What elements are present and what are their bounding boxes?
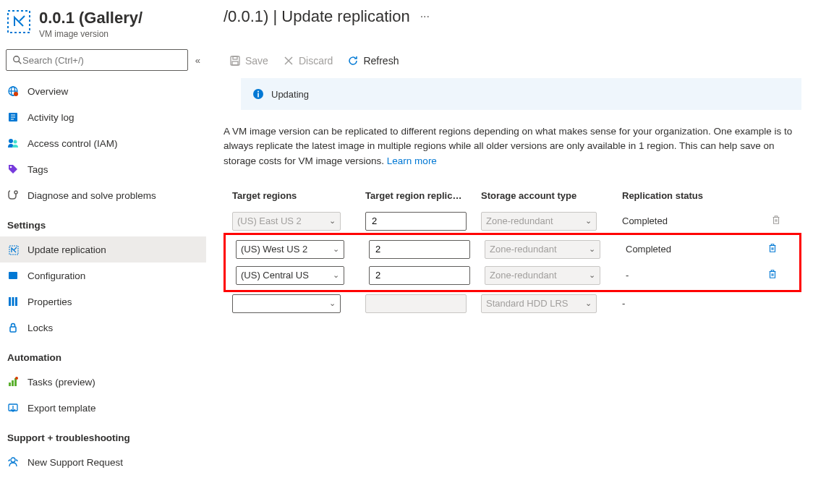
replication-status: Completed	[626, 244, 767, 255]
chevron-down-icon: ⌄	[585, 299, 592, 308]
chevron-down-icon: ⌄	[585, 216, 592, 226]
table-header: Target regions Target region replic… Sto…	[224, 183, 801, 208]
svg-line-2	[19, 61, 22, 64]
replication-status: -	[626, 270, 767, 281]
sidebar-item-label: Export template	[27, 403, 96, 414]
sidebar-item-access-control[interactable]: Access control (IAM)	[0, 130, 206, 156]
sidebar-item-label: Diagnose and solve problems	[27, 190, 156, 201]
more-actions-button[interactable]: ···	[420, 10, 430, 23]
subtitle: VM image version	[39, 29, 142, 39]
table-row: (US) East US 2 ⌄ Zone-redundant ⌄ Comple…	[224, 208, 801, 234]
replication-status: Completed	[622, 215, 771, 226]
sidebar-item-tasks[interactable]: Tasks (preview)	[0, 369, 206, 395]
refresh-icon	[347, 55, 359, 67]
config-icon	[7, 270, 19, 281]
storage-select[interactable]: Standard HDD LRS ⌄	[481, 294, 597, 313]
iam-icon	[7, 137, 19, 149]
export-icon	[7, 402, 19, 414]
trash-icon	[767, 269, 778, 279]
sidebar-item-label: Tags	[27, 164, 48, 175]
main-header: /0.0.1) | Update replication ···	[224, 0, 801, 26]
vm-image-icon	[6, 9, 32, 35]
collapse-sidebar-button[interactable]: «	[195, 55, 200, 66]
save-button[interactable]: Save	[224, 52, 274, 69]
replica-count-input[interactable]	[369, 240, 470, 259]
sidebar-item-configuration[interactable]: Configuration	[0, 262, 206, 289]
section-settings: Settings	[0, 208, 206, 236]
table-row: ⌄ Standard HDD LRS ⌄ -	[224, 291, 801, 317]
search-icon	[12, 55, 22, 65]
region-select: (US) East US 2 ⌄	[232, 212, 341, 231]
learn-more-link[interactable]: Learn more	[387, 155, 437, 166]
header-target-regions: Target regions	[232, 190, 365, 201]
svg-point-11	[9, 139, 13, 143]
refresh-button[interactable]: Refresh	[341, 52, 404, 69]
storage-select[interactable]: Zone-redundant ⌄	[485, 240, 600, 259]
chevron-down-icon: ⌄	[333, 244, 339, 254]
svg-rect-34	[257, 93, 259, 98]
trash-icon	[767, 243, 778, 253]
svg-rect-19	[15, 297, 17, 306]
diagnose-icon	[7, 189, 19, 201]
info-bar-text: Updating	[271, 89, 309, 100]
svg-rect-22	[12, 380, 14, 386]
search-box[interactable]	[6, 49, 188, 71]
sidebar-item-label: Properties	[27, 296, 72, 307]
chevron-down-icon: ⌄	[329, 299, 336, 308]
sidebar-item-new-support-request[interactable]: New Support Request	[0, 449, 206, 475]
sidebar-item-export-template[interactable]: Export template	[0, 395, 206, 421]
svg-rect-18	[12, 297, 14, 306]
replica-count-input	[365, 294, 467, 313]
sidebar-item-label: Overview	[27, 86, 68, 97]
svg-point-1	[14, 56, 20, 62]
main-title: /0.0.1) | Update replication	[224, 7, 410, 26]
svg-point-6	[14, 92, 18, 96]
chevron-down-icon: ⌄	[329, 216, 336, 226]
section-automation: Automation	[0, 341, 206, 369]
replication-status: -	[622, 298, 771, 309]
table-row: (US) West US 2 ⌄ Zone-redundant ⌄ Comple…	[227, 236, 798, 262]
tasks-icon	[7, 376, 19, 388]
main-content: /0.0.1) | Update replication ··· Save Di…	[206, 0, 813, 504]
sidebar-header: 0.0.1 (Gallery/ VM image version	[0, 0, 206, 39]
info-bar: Updating	[241, 78, 801, 110]
sidebar-item-locks[interactable]: Locks	[0, 315, 206, 341]
svg-point-13	[10, 166, 12, 168]
storage-select[interactable]: Zone-redundant ⌄	[485, 266, 600, 285]
region-select[interactable]: (US) Central US ⌄	[236, 266, 344, 285]
region-select[interactable]: (US) West US 2 ⌄	[236, 240, 344, 259]
props-icon	[7, 296, 19, 307]
delete-row-button[interactable]	[767, 270, 778, 281]
sidebar-item-diagnose[interactable]: Diagnose and solve problems	[0, 182, 206, 208]
page-title-left: 0.0.1 (Gallery/	[39, 9, 142, 27]
support-icon	[7, 456, 19, 468]
chevron-down-icon: ⌄	[589, 270, 595, 280]
sidebar-item-tags[interactable]: Tags	[0, 156, 206, 182]
search-input[interactable]	[22, 55, 182, 66]
svg-point-14	[14, 191, 17, 194]
chevron-down-icon: ⌄	[333, 270, 339, 280]
sidebar-item-update-replication[interactable]: Update replication	[0, 236, 206, 262]
region-select[interactable]: ⌄	[232, 294, 341, 313]
replication-icon	[7, 244, 19, 255]
storage-select[interactable]: Zone-redundant ⌄	[481, 212, 597, 231]
svg-rect-21	[9, 383, 11, 386]
sidebar-item-label: Access control (IAM)	[27, 138, 118, 149]
description-text: A VM image version can be replicated to …	[224, 124, 801, 168]
svg-point-12	[14, 140, 17, 144]
replica-count-input[interactable]	[369, 266, 470, 285]
replica-count-input[interactable]	[365, 212, 467, 231]
sidebar-item-properties[interactable]: Properties	[0, 289, 206, 315]
sidebar-item-overview[interactable]: Overview	[0, 78, 206, 104]
log-icon	[7, 111, 19, 123]
svg-rect-16	[9, 272, 17, 279]
sidebar-item-label: Update replication	[27, 244, 106, 255]
trash-icon	[771, 215, 781, 225]
sidebar-item-activity-log[interactable]: Activity log	[0, 104, 206, 130]
save-icon	[229, 55, 241, 67]
delete-row-button[interactable]	[767, 244, 778, 255]
header-status: Replication status	[622, 190, 771, 201]
highlight-box: (US) West US 2 ⌄ Zone-redundant ⌄ Comple…	[224, 233, 801, 292]
discard-button[interactable]: Discard	[277, 52, 339, 69]
sidebar: 0.0.1 (Gallery/ VM image version « Overv…	[0, 0, 206, 504]
